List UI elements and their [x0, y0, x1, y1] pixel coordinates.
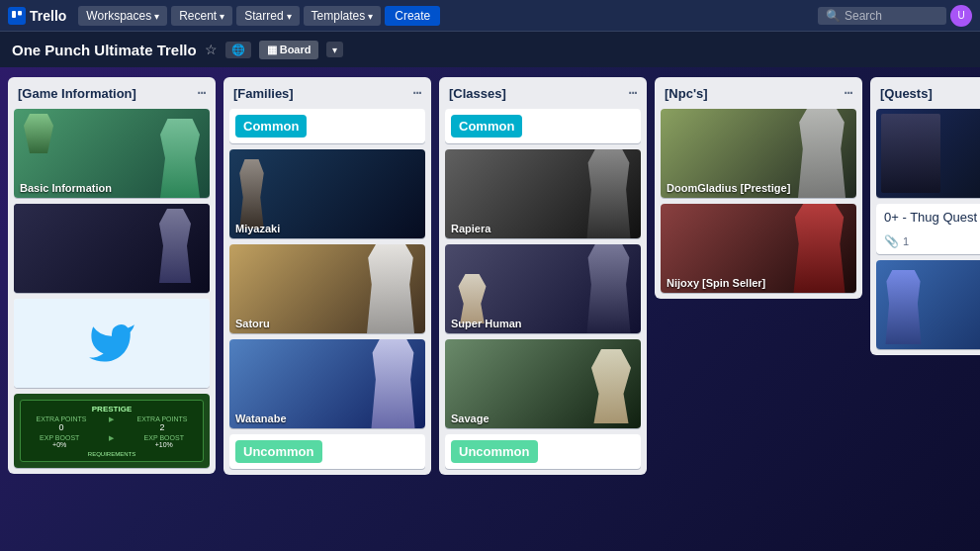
card-thug-quest[interactable]: 0+ - Thug Quest 📎 1: [876, 204, 980, 254]
list-npcs: [Npc's] DoomGladius [Prestige] Nijoxy [S…: [655, 77, 862, 299]
card-codes[interactable]: [14, 299, 210, 388]
top-navbar: Trello Workspaces Recent Starred Templat…: [0, 0, 980, 32]
card-watanabe[interactable]: Watanabe: [229, 339, 425, 428]
list-header-quests: [Quests]: [870, 77, 980, 109]
card-quest-bottom[interactable]: [876, 260, 980, 349]
create-button[interactable]: Create: [385, 6, 440, 26]
list-game-info: [Game Information] Basic Information PRE…: [8, 77, 216, 474]
list-cards-classes: Common Rapiera Super Human Savage Uncomm…: [439, 109, 647, 475]
search-icon: 🔍: [826, 9, 841, 23]
badge-label-cls-uncommon: Uncommon: [451, 440, 538, 463]
card-meta-thug-quest: 📎 1: [876, 230, 980, 254]
card-cls-uncommon[interactable]: Uncommon: [445, 434, 641, 469]
dots-icon: [628, 84, 637, 101]
view-chevron: [332, 44, 337, 55]
list-menu-btn-npcs[interactable]: [844, 85, 852, 101]
card-rapiera[interactable]: Rapiera: [445, 149, 641, 238]
board-header: One Punch Ultimate Trello ☆ 🌐 ▦ Board: [0, 32, 980, 67]
list-classes: [Classes] Common Rapiera Super Human Sav…: [439, 77, 647, 475]
game-info-img-label: Basic Information: [20, 182, 112, 194]
list-header-npcs: [Npc's]: [655, 77, 862, 109]
trello-logo-text: Trello: [30, 8, 66, 24]
dots-icon: [412, 84, 421, 101]
list-cards-game-info: Basic Information PRESTIGE EXTRA POINTS0…: [8, 109, 216, 474]
visibility-button[interactable]: 🌐: [225, 42, 251, 58]
card-text-thug-quest: 0+ - Thug Quest: [876, 204, 980, 230]
list-quests: [Quests] 0+ - Thug Quest 📎 1: [870, 77, 980, 355]
list-menu-btn-classes[interactable]: [628, 85, 637, 101]
badge-label-fam-uncommon: Uncommon: [235, 440, 322, 463]
templates-chevron: [368, 9, 373, 23]
badge-label-cls-common: Common: [451, 115, 522, 138]
svg-rect-1: [18, 11, 22, 16]
card-nijoxy[interactable]: Nijoxy [Spin Seller]: [661, 204, 856, 293]
card-fam-uncommon[interactable]: Uncommon: [229, 434, 425, 469]
list-cards-families: Common Miyazaki Satoru Watanabe Uncommon: [223, 109, 431, 475]
card-cls-common[interactable]: Common: [445, 109, 641, 143]
list-title-families: [Families]: [233, 86, 294, 101]
star-button[interactable]: ☆: [205, 42, 218, 57]
recent-chevron: [220, 9, 224, 23]
list-header-game-info: [Game Information]: [8, 77, 216, 109]
svg-rect-0: [12, 11, 16, 18]
board-view-button[interactable]: ▦ Board: [259, 41, 319, 59]
list-menu-btn-game-info[interactable]: [197, 85, 206, 101]
card-satoru[interactable]: Satoru: [229, 244, 425, 333]
card-savage[interactable]: Savage: [445, 339, 641, 428]
board-icon: ▦: [267, 44, 277, 56]
list-title-game-info: [Game Information]: [18, 86, 136, 101]
templates-button[interactable]: Templates: [304, 6, 382, 26]
list-title-quests: [Quests]: [880, 86, 933, 101]
workspaces-chevron: [154, 9, 159, 23]
card-superhuman[interactable]: Super Human: [445, 244, 641, 333]
list-title-npcs: [Npc's]: [665, 86, 708, 101]
card-miyazaki[interactable]: Miyazaki: [229, 149, 425, 238]
paperclip-icon: 📎: [884, 234, 899, 248]
badge-label-fam-common: Common: [235, 115, 307, 138]
card-basic-info[interactable]: Basic Information: [14, 109, 210, 198]
board-title: One Punch Ultimate Trello: [12, 42, 197, 58]
trello-logo-icon: [8, 7, 26, 25]
avatar[interactable]: U: [950, 5, 972, 27]
list-families: [Families] Common Miyazaki Satoru Watana…: [223, 77, 431, 475]
card-quest-top[interactable]: [876, 109, 980, 198]
card-prestige[interactable]: PRESTIGE EXTRA POINTS0 ▶ EXTRA POINTS2 E…: [14, 394, 210, 468]
meta-count: 1: [903, 235, 909, 247]
starred-button[interactable]: Starred: [236, 6, 299, 26]
recent-button[interactable]: Recent: [171, 6, 232, 26]
card-doomgladius[interactable]: DoomGladius [Prestige]: [661, 109, 856, 198]
card-fam-common[interactable]: Common: [229, 109, 425, 143]
list-cards-npcs: DoomGladius [Prestige] Nijoxy [Spin Sell…: [655, 109, 862, 299]
board-area: [Game Information] Basic Information PRE…: [0, 67, 980, 551]
list-header-families: [Families]: [223, 77, 431, 109]
trello-logo[interactable]: Trello: [8, 7, 66, 25]
list-title-classes: [Classes]: [449, 86, 506, 101]
list-cards-quests: 0+ - Thug Quest 📎 1: [870, 109, 980, 355]
search-bar[interactable]: 🔍 Search: [818, 7, 946, 25]
dots-icon: [197, 84, 206, 101]
workspaces-button[interactable]: Workspaces: [78, 6, 167, 26]
starred-chevron: [287, 9, 292, 23]
globe-icon: 🌐: [231, 44, 245, 56]
list-menu-btn-families[interactable]: [412, 85, 421, 101]
dots-icon: [844, 84, 852, 101]
card-updates[interactable]: [14, 204, 210, 293]
list-header-classes: [Classes]: [439, 77, 647, 109]
view-dropdown-button[interactable]: [326, 42, 343, 57]
